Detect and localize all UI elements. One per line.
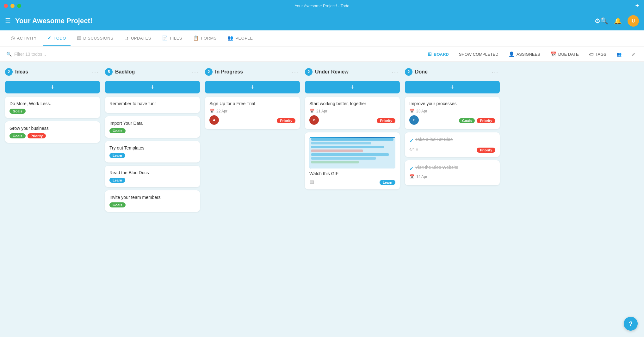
card-visit-website[interactable]: ✓ Visit the Bloo Website 📅 14 Apr bbox=[405, 160, 500, 185]
card-improve-avatar: C bbox=[409, 115, 419, 125]
toolbar-right: ⊞ BOARD SHOW COMPLETED 👤 ASSIGNEES 📅 DUE… bbox=[425, 50, 638, 58]
card-sign-up[interactable]: Sign Up for a Free Trial 📅 22 Apr A Prio… bbox=[205, 97, 300, 129]
column-under-review: 2 Under Review ··· + Start working bette… bbox=[305, 68, 400, 329]
in-progress-count: 2 bbox=[205, 68, 213, 76]
tag-priority-look: Priority bbox=[477, 148, 495, 153]
card-grow-business[interactable]: Grow your business Goals Priority bbox=[5, 121, 100, 143]
tab-updates[interactable]: 🗋 UPDATES bbox=[120, 32, 155, 46]
tab-todo[interactable]: ✔ TODO bbox=[43, 31, 71, 46]
card-watch-gif-image bbox=[309, 137, 395, 168]
card-do-more-title: Do More, Work Less. bbox=[9, 101, 96, 106]
card-improve-processes[interactable]: Improve your processes 📅 23 Apr C Goals … bbox=[405, 97, 500, 129]
due-date-label: DUE DATE bbox=[558, 52, 579, 57]
assignees-label: ASSIGNEES bbox=[517, 52, 540, 57]
card-improve-tags: Goals Priority bbox=[459, 118, 495, 123]
card-visit-website-meta: 📅 14 Apr bbox=[409, 174, 495, 179]
card-try-templates-tags: Learn bbox=[109, 153, 195, 158]
card-start-working-meta: 📅 21 Apr bbox=[309, 109, 395, 113]
card-take-a-look-tags: Priority bbox=[477, 148, 495, 153]
card-start-working-tags: Priority bbox=[377, 118, 395, 123]
board-button[interactable]: ⊞ BOARD bbox=[425, 50, 451, 58]
project-title: Your Awesome Project! bbox=[15, 17, 591, 25]
card-watch-gif[interactable]: Watch this GIF ▤ Learn bbox=[305, 132, 400, 189]
ideas-more-button[interactable]: ··· bbox=[92, 69, 99, 75]
discussions-icon: ▤ bbox=[77, 35, 82, 41]
tag-goals: Goals bbox=[9, 109, 26, 114]
expand-button[interactable]: 👥 bbox=[614, 51, 624, 58]
tag-goals-2: Goals bbox=[9, 133, 26, 138]
search-placeholder: Filter 13 todos... bbox=[14, 52, 46, 57]
tag-priority-signup: Priority bbox=[277, 118, 295, 123]
tag-priority-start: Priority bbox=[377, 118, 395, 123]
card-remember[interactable]: Remember to have fun! bbox=[105, 97, 200, 113]
card-import-data[interactable]: Import Your Data Goals bbox=[105, 116, 200, 138]
done-more-button[interactable]: ··· bbox=[492, 69, 498, 75]
fullscreen-button[interactable]: ⤢ bbox=[629, 51, 638, 58]
card-remember-title: Remember to have fun! bbox=[109, 101, 195, 106]
card-sign-up-tags: Priority bbox=[277, 118, 295, 123]
menu-icon[interactable]: ☰ bbox=[5, 17, 11, 25]
nav-tabs: ◎ ACTIVITY ✔ TODO ▤ DISCUSSIONS 🗋 UPDATE… bbox=[0, 30, 644, 47]
search-box[interactable]: 🔍 Filter 13 todos... bbox=[6, 52, 421, 57]
tag-goals-import: Goals bbox=[109, 128, 126, 133]
tab-discussions[interactable]: ▤ DISCUSSIONS bbox=[72, 31, 118, 46]
user-avatar[interactable]: U bbox=[628, 15, 639, 27]
help-button[interactable]: ? bbox=[624, 317, 638, 331]
card-invite-team[interactable]: Invite your team members Goals bbox=[105, 190, 200, 212]
column-done: 2 Done ··· + Improve your processes 📅 23… bbox=[405, 68, 500, 329]
tab-activity[interactable]: ◎ ACTIVITY bbox=[6, 31, 41, 46]
close-button[interactable] bbox=[4, 4, 8, 8]
show-completed-label: SHOW COMPLETED bbox=[459, 52, 498, 57]
tab-forms[interactable]: 📋 FORMS bbox=[189, 31, 221, 46]
card-read-docs[interactable]: Read the Bloo Docs Learn bbox=[105, 166, 200, 187]
card-try-templates[interactable]: Try out Templates Learn bbox=[105, 141, 200, 162]
card-take-a-look[interactable]: ✓ Take a look at Bloo 4/4 ≡ Priority bbox=[405, 132, 500, 157]
tags-button[interactable]: 🏷 TAGS bbox=[586, 50, 609, 58]
card-sign-up-avatar: A bbox=[209, 115, 219, 125]
window-title: Your Awesome Project! - Todo bbox=[294, 3, 349, 8]
backlog-more-button[interactable]: ··· bbox=[192, 69, 199, 75]
tab-people[interactable]: 👥 PEOPLE bbox=[223, 31, 257, 46]
notification-icon[interactable]: 🔔 bbox=[614, 17, 622, 25]
card-improve-processes-date: 23 Apr bbox=[416, 109, 427, 113]
tab-todo-label: TODO bbox=[54, 36, 66, 41]
card-grow-business-title: Grow your business bbox=[9, 126, 96, 131]
card-do-more[interactable]: Do More, Work Less. Goals bbox=[5, 97, 100, 118]
card-grow-business-tags: Goals Priority bbox=[9, 133, 96, 138]
add-idea-button[interactable]: + bbox=[5, 81, 100, 93]
tag-goals-improve: Goals bbox=[459, 118, 475, 123]
search-icon[interactable]: 🔍 bbox=[600, 17, 608, 25]
fullscreen-icon: ⤢ bbox=[632, 52, 635, 57]
under-review-more-button[interactable]: ··· bbox=[392, 69, 399, 75]
card-sign-up-title: Sign Up for a Free Trial bbox=[209, 101, 295, 106]
due-date-button[interactable]: 📅 DUE DATE bbox=[548, 50, 581, 58]
screenshot-preview bbox=[309, 138, 395, 168]
tab-files[interactable]: 📄 FILES bbox=[158, 31, 187, 46]
add-under-review-button[interactable]: + bbox=[305, 81, 400, 93]
settings-icon[interactable]: ⚙ bbox=[595, 17, 600, 25]
titlebar-ext-icon: ✦ bbox=[635, 2, 640, 9]
assignees-icon: 👤 bbox=[509, 51, 515, 57]
ideas-title: Ideas bbox=[15, 69, 90, 75]
card-start-working[interactable]: Start working better, together 📅 21 Apr … bbox=[305, 97, 400, 129]
add-backlog-button[interactable]: + bbox=[105, 81, 200, 93]
check-icon-1: ✓ bbox=[409, 138, 413, 144]
in-progress-more-button[interactable]: ··· bbox=[292, 69, 299, 75]
tab-discussions-label: DISCUSSIONS bbox=[83, 36, 113, 41]
show-completed-button[interactable]: SHOW COMPLETED bbox=[456, 51, 501, 58]
minimize-button[interactable] bbox=[10, 4, 15, 8]
card-improve-processes-meta: 📅 23 Apr bbox=[409, 109, 495, 113]
forms-icon: 📋 bbox=[193, 35, 199, 41]
tag-learn: Learn bbox=[109, 153, 125, 158]
board: 2 Ideas ··· + Do More, Work Less. Goals … bbox=[0, 62, 644, 335]
column-backlog-header: 5 Backlog ··· bbox=[105, 68, 200, 78]
toolbar: 🔍 Filter 13 todos... ⊞ BOARD SHOW COMPLE… bbox=[0, 47, 644, 62]
card-invite-team-title: Invite your team members bbox=[109, 195, 195, 200]
maximize-button[interactable] bbox=[17, 4, 21, 8]
column-ideas: 2 Ideas ··· + Do More, Work Less. Goals … bbox=[5, 68, 100, 329]
card-visit-website-title: Visit the Bloo Website bbox=[415, 165, 458, 170]
add-in-progress-button[interactable]: + bbox=[205, 81, 300, 93]
add-done-button[interactable]: + bbox=[405, 81, 500, 93]
assignees-button[interactable]: 👤 ASSIGNEES bbox=[506, 50, 543, 58]
tag-priority-improve: Priority bbox=[477, 118, 495, 123]
